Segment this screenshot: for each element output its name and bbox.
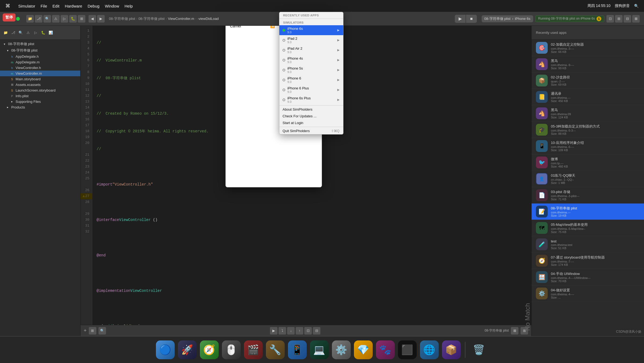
app-item[interactable]: ⚙️ 04-做好设置 com.itheima.-4---- Size: ... — [532, 285, 644, 302]
simulator-iphone6[interactable]: iPhone 6 9.0 ▶ — [279, 75, 343, 85]
dock-finder[interactable]: 🔵 — [156, 340, 175, 359]
dock-paw[interactable]: 🐾 — [376, 340, 395, 359]
app-item[interactable]: 📦 02-沙盒路径 quan.-2---- Size: 69 KB — [532, 72, 644, 89]
debug-nav-icon[interactable]: 🐛 — [40, 30, 46, 36]
stop-button[interactable]: ■ — [466, 15, 477, 23]
scheme-selector[interactable]: 08-字符串做 plist › iPhone 6s — [482, 15, 533, 22]
app-item[interactable]: 👤 01练习-QQ聊天 cn.chiao.-1--QQ-- Size: 1 MB — [532, 171, 644, 187]
breadcrumb-file[interactable]: ViewController.m — [168, 17, 194, 21]
debug-mem-btn[interactable]: ⊡ — [304, 327, 312, 335]
app-item[interactable]: 🗺 05-MapView的基本使用 com.itheima.-5-MapView… — [532, 220, 644, 236]
inspector-btn[interactable]: ⊠ — [632, 15, 640, 23]
menubar-ime[interactable]: 搜狗拼音 — [615, 3, 630, 8]
add-file-btn[interactable]: + — [84, 328, 87, 333]
app-item[interactable]: 🐴 黑马 com.itheima.-9---- Size: 99 KB — [532, 56, 644, 72]
app-item[interactable]: 🪟 04-手动 UIWindow com.itheima.-4----UIWin… — [532, 269, 644, 285]
search-bottom-btn[interactable]: 🔍 — [98, 327, 106, 335]
menu-debug[interactable]: Debug — [87, 4, 99, 8]
dock-video[interactable]: 🎬 — [244, 340, 263, 359]
app-item[interactable]: 🎯 02-加载自定义控制器 com.itheima.-3---- Size: 6… — [532, 40, 644, 56]
quit-simpholders[interactable]: Quit SimPholders ⇧⌘Q — [279, 128, 343, 134]
app-item[interactable]: 🧪 test com.itheima.test Size: 51 KB — [532, 236, 644, 253]
menu-window[interactable]: Window — [105, 4, 119, 8]
back-btn[interactable]: ◀ — [89, 15, 96, 23]
file-item[interactable]: ▾ 08-字符串做 plist — [0, 41, 80, 47]
git-nav-icon[interactable]: ⎇ — [10, 30, 16, 36]
dock-settings[interactable]: ⚙️ — [332, 340, 351, 359]
dock-xcode[interactable]: 📱 — [288, 340, 307, 359]
git-icon[interactable]: ⎇ — [35, 15, 42, 23]
dock-terminal[interactable]: 💻 — [310, 340, 329, 359]
dock-trash[interactable]: 🗑️ — [470, 340, 488, 359]
menu-help[interactable]: Help — [125, 4, 133, 8]
file-item[interactable]: P Info.plist — [0, 93, 80, 99]
app-item[interactable]: 🎓 05-3种加载自定义控制器的方式 com.itheima.-5-3--- S… — [532, 122, 644, 138]
breadcrumb-folder[interactable]: 08-字符串做 plist — [138, 16, 165, 21]
debug-step-out-btn[interactable]: ↑ — [296, 327, 303, 335]
file-item[interactable]: ▸ Supporting Files — [0, 99, 80, 104]
pause-button[interactable]: 暂停 — [3, 13, 16, 21]
search-nav-icon[interactable]: 🔍 — [18, 30, 24, 36]
about-simpholders[interactable]: About SimPholders — [279, 106, 343, 113]
simulator-iphone4s[interactable]: iPhone 4s 9.0 ▶ — [279, 55, 343, 65]
file-item[interactable]: h AppDelegate.h — [0, 54, 80, 59]
check-updates[interactable]: Check For Updates ... — [279, 113, 343, 119]
simulator-ipad2[interactable]: iPad 2 9.0 ▶ — [279, 35, 343, 45]
hierarchy-btn[interactable]: ⊞ — [89, 327, 96, 335]
app-item[interactable]: 📄 03-plist 存储 com.itheima.-3-plist--- Si… — [532, 187, 644, 204]
app-item[interactable]: 📱 10-应用程序对象介绍 com.itheima.-6---- Size: 1… — [532, 138, 644, 154]
report-nav-icon[interactable]: 📊 — [48, 30, 54, 36]
dock-apps[interactable]: 📦 — [442, 340, 461, 359]
file-item[interactable]: ▾ 08-字符串做 plist — [0, 47, 80, 54]
debug-icon[interactable]: 🐛 — [69, 15, 77, 23]
maximize-button[interactable] — [16, 17, 20, 21]
dock-sketch[interactable]: 💎 — [354, 340, 373, 359]
simulator-iphone6s[interactable]: iPhone 6s 9.0 ▶ — [279, 25, 343, 35]
debug-view-btn[interactable]: ⊟ — [313, 327, 320, 335]
file-item[interactable]: ⊞ Assets.xcassets — [0, 82, 80, 88]
forward-btn[interactable]: ▶ — [97, 15, 105, 23]
dock-browser[interactable]: 🌐 — [420, 340, 439, 359]
file-item[interactable]: m AppDelegate.m — [0, 59, 80, 65]
menu-edit[interactable]: Edit — [53, 4, 60, 8]
dock-safari[interactable]: 🧭 — [200, 340, 219, 359]
dock-launchpad[interactable]: 🚀 — [178, 340, 197, 359]
issue-icon[interactable]: ⚠ — [52, 15, 60, 23]
start-at-login[interactable]: Start at Login — [279, 119, 343, 126]
test-icon[interactable]: ▷ — [61, 15, 68, 23]
app-item[interactable]: 🐴 黑马 com.itheima.09 Size: 124 KB — [532, 105, 644, 122]
debug-step-in-btn[interactable]: ↓ — [287, 327, 295, 335]
simulator-iphone6splus[interactable]: iPhone 6s Plus 9.0 ▶ — [279, 95, 343, 105]
simulator-ipad-air2[interactable]: iPad Air 2 9.0 ▶ — [279, 45, 343, 55]
test-nav-icon[interactable]: ▷ — [33, 30, 39, 36]
run-button[interactable]: ▶ — [455, 15, 466, 23]
app-item-selected[interactable]: 📝 08-字符串做 plist com.itheima.--- Size: 19… — [532, 204, 644, 220]
app-item[interactable]: 📒 通讯录 com.itheima.--- Size: 450 KB — [532, 89, 644, 105]
warning-nav-icon[interactable]: ⚠ — [25, 30, 31, 36]
dock-mouse[interactable]: 🖱️ — [222, 340, 241, 359]
debug-step-over-btn[interactable]: ⤵ — [279, 327, 286, 335]
menubar-search-icon[interactable]: 🔍 — [634, 4, 639, 8]
debug-bar-btn[interactable]: ⊟ — [624, 15, 631, 23]
menu-hardware[interactable]: Hardware — [65, 4, 82, 8]
app-item[interactable]: 🐦 微博 com.tp.--- Size: 460 KB — [532, 154, 644, 171]
dock-terminal2[interactable]: ⬛ — [398, 340, 417, 359]
view-btn[interactable]: ⊞ — [615, 15, 623, 23]
menu-simulator[interactable]: Simulator — [18, 4, 35, 8]
file-item[interactable]: ▸ Products — [0, 104, 80, 110]
apple-menu[interactable]: ⌘ — [5, 3, 10, 9]
debug-continue-btn[interactable]: ▶ — [270, 327, 277, 335]
simulator-iphone6plus[interactable]: iPhone 6 Plus 9.0 ▶ — [279, 85, 343, 95]
file-item[interactable]: h ViewController.h — [0, 65, 80, 71]
grid-icon[interactable]: ⊞ — [78, 15, 85, 23]
search-icon[interactable]: 🔍 — [43, 15, 51, 23]
file-item[interactable]: S LaunchScreen.storyboard — [0, 88, 80, 93]
layout-btn[interactable]: ⊡ — [606, 15, 614, 23]
breadcrumb-method[interactable]: -viewDidLoad — [197, 17, 219, 21]
breadcrumb-project[interactable]: 08-字符串做 plist — [109, 16, 135, 21]
simulator-iphone5s[interactable]: iPhone 5s 9.0 ▶ — [279, 65, 343, 75]
file-item-viewcontroller-m[interactable]: m ViewController.m — [0, 71, 80, 76]
app-item[interactable]: 🧭 07-通过 storyboard使用导航控制器 com.itheima.-7… — [532, 253, 644, 269]
folder-nav-icon[interactable]: 📁 — [3, 30, 9, 36]
dock-tools[interactable]: 🔧 — [266, 340, 285, 359]
